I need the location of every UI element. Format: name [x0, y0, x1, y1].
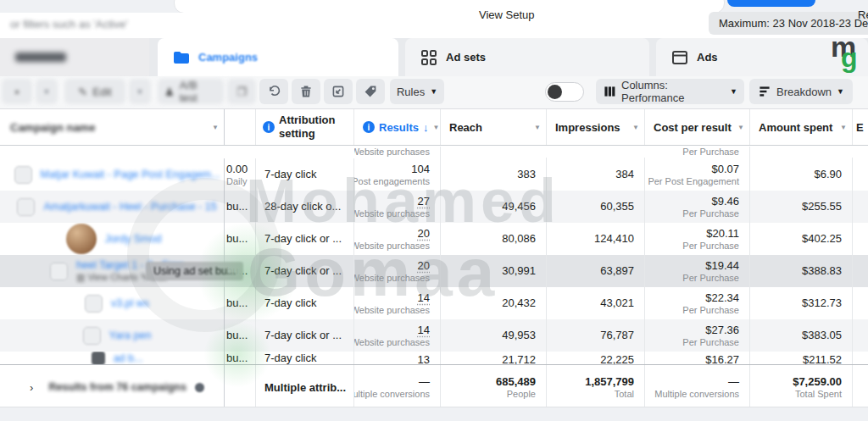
budget-value: bu... — [226, 329, 255, 342]
reach-cell-value: 49,953 — [502, 329, 536, 342]
table-row[interactable]: Jordy Smodbu...7-day click or ...20Websi… — [0, 223, 868, 255]
campaign-avatar — [92, 352, 105, 364]
table-row[interactable]: ad b...bu...7-day click1321,71222,225$16… — [0, 352, 868, 364]
header-campaign-name[interactable]: Campaign name ▼ — [0, 109, 225, 145]
table-row[interactable]: Matjar Kuwait - Page Post Engagem...0.00… — [0, 158, 868, 191]
summary-row[interactable]: › Results from 76 campaigns Multiple att… — [0, 364, 868, 410]
row-checkbox[interactable] — [85, 295, 103, 313]
campaign-name-link[interactable]: ad b... — [114, 352, 143, 364]
date-range-label: Maximum: 23 Nov 2018-23 Dec 20 — [719, 17, 868, 30]
delete-button[interactable] — [292, 79, 320, 104]
tab-campaigns[interactable]: Campaigns — [158, 38, 398, 76]
campaign-name-cell: Amatjarkuwait - Heel - Purchase - 15 — [0, 191, 225, 223]
reach-cell-value: 49,456 — [502, 200, 536, 213]
cost-caret[interactable]: ▼ — [737, 124, 749, 131]
campaign-name-link[interactable]: Jordy Smod — [105, 233, 162, 245]
info-icon[interactable]: i — [363, 121, 375, 133]
export-button[interactable] — [324, 79, 353, 104]
header-impressions[interactable]: Impressions▼ — [547, 109, 645, 145]
cost-per-result-cell: $27.36Per Purchase — [645, 319, 750, 352]
budget-cell: bu... — [225, 223, 256, 255]
create-caret-button[interactable]: ▼ — [36, 79, 58, 104]
edit-caret-button[interactable]: ▼ — [129, 79, 151, 104]
attribution-cell: 7-day click — [256, 352, 354, 364]
header-amount-spent[interactable]: Amount spent▼ — [750, 109, 853, 145]
primary-action-button[interactable] — [727, 0, 815, 7]
tab-ad-sets[interactable]: Ad sets — [405, 38, 649, 76]
header-attribution-label: Attribution setting — [279, 114, 347, 141]
impressions-cell: 63,897 — [547, 255, 645, 287]
cost-per-result-cell: $22.34Per Purchase — [645, 287, 750, 319]
ab-test-button[interactable]: ♟ A/B test — [158, 79, 224, 104]
cost-per-result-cell: $0.07Per Post Engagement — [645, 158, 750, 191]
info-icon[interactable]: i — [263, 121, 275, 133]
columns-dropdown[interactable]: Columns: Performance▼ — [596, 79, 744, 104]
campaign-name-wrap: Jordy Smod — [105, 233, 162, 245]
campaign-name-link[interactable]: v3.pl ws — [111, 297, 149, 309]
cost-per-result-cell-sub: Per Purchase — [682, 337, 739, 348]
cost-per-result-cell-value: $9.46 — [711, 195, 739, 208]
table-row[interactable]: Amatjarkuwait - Heel - Purchase - 15bu..… — [0, 191, 868, 223]
row-checkbox[interactable] — [50, 263, 68, 280]
impressions-caret[interactable]: ▼ — [632, 124, 644, 131]
tag-button[interactable] — [356, 79, 385, 104]
row-checkbox[interactable] — [17, 198, 35, 216]
duplicate-button[interactable]: ❐ — [227, 79, 256, 104]
row-checkbox[interactable] — [14, 166, 32, 184]
table-row[interactable]: heel Target 1 - 2 - Free▥ View Charts ✎ … — [0, 255, 868, 287]
report-dropdown[interactable]: Report — [858, 8, 868, 21]
tag-icon — [364, 85, 377, 98]
attribution-cell: 28-day click o... — [256, 191, 354, 223]
attribution-cell: 7-day click or ... — [256, 255, 354, 287]
campaign-name-link[interactable]: Matjar Kuwait - Page Post Engagem... — [41, 169, 220, 180]
view-setup-toggle[interactable] — [545, 82, 584, 102]
header-reach[interactable]: Reach▼ — [441, 109, 547, 145]
undo-icon — [267, 85, 281, 98]
header-attribution[interactable]: i Attribution setting — [256, 109, 354, 145]
campaign-name-link[interactable]: Yara pen — [109, 330, 152, 341]
campaign-sort-caret[interactable]: ▼ — [212, 124, 224, 131]
ends-cell — [853, 191, 868, 223]
cost-per-result-cell-sub: Per Purchase — [682, 208, 739, 219]
header-cost-label: Cost per result — [654, 121, 732, 134]
attribution-cell: 7-day click — [256, 287, 354, 319]
spent-caret[interactable]: ▼ — [840, 124, 852, 131]
cost-per-result-cell-value: $27.36 — [705, 324, 739, 337]
budget-cell: 0.00Daily — [225, 158, 256, 191]
header-results-label: Results — [379, 121, 419, 134]
reach-cell: 21,712 — [441, 352, 547, 364]
budget-value: bu... — [226, 200, 255, 213]
amount-spent-cell-value: $6.90 — [814, 168, 842, 181]
row-checkbox[interactable] — [83, 327, 101, 345]
table-row[interactable]: Yara penbu...7-day click or ...14Website… — [0, 319, 868, 352]
impressions-cell-value: 384 — [615, 168, 634, 181]
results-caret[interactable]: ▼ — [432, 124, 441, 131]
rules-dropdown[interactable]: Rules▼ — [390, 79, 444, 104]
breakdown-dropdown[interactable]: Breakdown▼ — [749, 79, 853, 104]
expand-chevron-icon[interactable]: › — [30, 381, 33, 394]
header-results[interactable]: i Results ↓ ▼ — [354, 109, 441, 145]
undo-button[interactable] — [259, 79, 288, 104]
ad-sets-grid-icon — [420, 49, 437, 66]
table-row[interactable]: v3.pl wsbu...7-day click14Website purcha… — [0, 287, 868, 319]
tab-account[interactable] — [0, 38, 149, 76]
attribution-value: 7-day click — [264, 352, 353, 364]
info-icon[interactable] — [195, 383, 204, 392]
budget-cell: bu... — [225, 287, 256, 319]
header-reach-label: Reach — [449, 121, 482, 134]
campaign-name-cell: Jordy Smod — [0, 223, 225, 255]
campaign-name-link[interactable]: Amatjarkuwait - Heel - Purchase - 15 — [43, 201, 216, 213]
table-row[interactable]: Website purchasesPer Purchase — [0, 146, 868, 158]
header-cost-per-result[interactable]: Cost per result▼ — [645, 109, 750, 145]
edit-button[interactable]: ✎ Edit — [64, 79, 125, 104]
reach-cell-value: 30,991 — [502, 264, 536, 278]
reach-caret[interactable]: ▼ — [534, 124, 546, 131]
budget-value: bu... — [226, 232, 255, 246]
create-button[interactable]: ▪ — [2, 79, 32, 104]
cost-per-result-cell-sub: Per Purchase — [682, 241, 739, 252]
mg-watermark-logo: m g — [827, 34, 866, 76]
top-search-input[interactable] — [174, 0, 725, 14]
header-ends[interactable]: E — [853, 109, 868, 145]
cost-per-result-cell: Per Purchase — [645, 147, 750, 158]
campaign-name-cell: ad b... — [0, 352, 225, 364]
